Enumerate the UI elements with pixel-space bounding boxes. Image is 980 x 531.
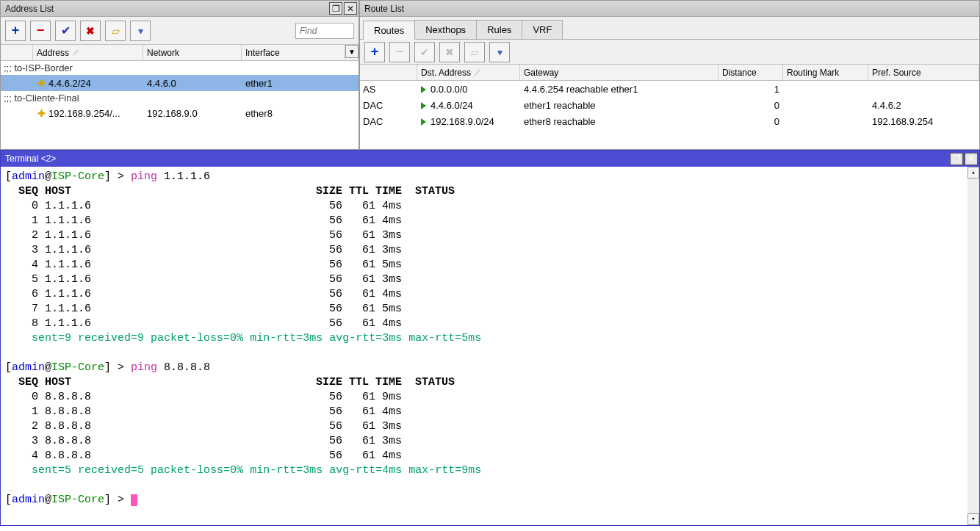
route-row[interactable]: AS0.0.0.0/04.4.6.254 reachable ether11 [360,81,979,97]
active-route-icon [421,102,426,109]
route-table-header: Dst. Address／ Gateway Distance Routing M… [360,65,979,81]
cursor [131,494,137,506]
remove-route-button: − [389,42,410,62]
network-column[interactable]: Network [143,45,242,60]
add-button[interactable]: + [5,21,26,41]
route-list-title: Route List [364,4,404,14]
columns-dropdown-icon[interactable]: ▼ [345,45,359,58]
terminal-window: Terminal <2> ❐ ✕ [admin@ISP-Core] > ping… [0,150,980,526]
address-table-body: ;;; to-ISP-Border✚4.4.6.2/244.4.6.0ether… [1,61,359,149]
address-row[interactable]: ✚192.168.9.254/...192.168.9.0ether8 [1,105,359,121]
active-route-icon [421,118,426,126]
terminal-body[interactable]: [admin@ISP-Core] > ping 1.1.1.6 SEQ HOST… [1,167,979,525]
enable-route-button: ✔ [414,42,435,62]
route-list-titlebar[interactable]: Route List [360,1,979,17]
find-input[interactable] [295,23,354,39]
route-list-window: Route List RoutesNexthopsRulesVRF + − ✔ … [359,0,980,150]
route-table-body: AS0.0.0.0/04.4.6.254 reachable ether11DA… [360,81,979,149]
tab-vrf[interactable]: VRF [522,20,563,39]
address-column[interactable]: Address／ [33,45,143,60]
route-flag-column[interactable] [360,65,417,80]
distance-column[interactable]: Distance [718,65,783,80]
address-list-titlebar[interactable]: Address List ❐ ✕ [1,1,359,17]
tab-routes[interactable]: Routes [363,21,415,40]
route-row[interactable]: DAC192.168.9.0/24ether8 reachable0192.16… [360,113,979,129]
route-row[interactable]: DAC4.4.6.0/24ether1 reachable04.4.6.2 [360,97,979,113]
comment-route-button: ▱ [464,42,485,62]
disable-button[interactable]: ✖ [80,21,101,41]
restore-icon[interactable]: ❐ [950,153,963,165]
restore-icon[interactable]: ❐ [329,2,342,15]
terminal-scrollbar[interactable]: ▴ ▾ [968,167,979,525]
dst-column[interactable]: Dst. Address／ [417,65,520,80]
close-icon[interactable]: ✕ [965,153,978,165]
pref-source-column[interactable]: Pref. Source [868,65,979,80]
address-list-title: Address List [5,4,54,14]
terminal-titlebar[interactable]: Terminal <2> ❐ ✕ [1,151,979,167]
route-tabs: RoutesNexthopsRulesVRF [360,17,979,40]
comment-row[interactable]: ;;; to-Cliente-Final [1,91,359,105]
tab-rules[interactable]: Rules [476,20,522,39]
terminal-title: Terminal <2> [5,153,56,164]
comment-button[interactable]: ▱ [105,21,126,41]
comment-row[interactable]: ;;; to-ISP-Border [1,61,359,75]
address-row[interactable]: ✚4.4.6.2/244.4.6.0ether1 [1,75,359,91]
sort-indicator-icon: ／ [73,48,79,57]
routing-mark-column[interactable]: Routing Mark [783,65,868,80]
ip-icon: ✚ [37,78,46,89]
tab-nexthops[interactable]: Nexthops [414,20,477,39]
enable-button[interactable]: ✔ [55,21,76,41]
scroll-up-icon[interactable]: ▴ [968,167,979,178]
address-list-toolbar: + − ✔ ✖ ▱ ▾ [1,17,359,45]
remove-button[interactable]: − [30,21,51,41]
flag-column[interactable] [1,45,33,60]
ip-icon: ✚ [37,108,46,119]
address-table-header: Address／ Network Interface ▼ [1,45,359,61]
sort-indicator-icon: ／ [475,68,481,77]
disable-route-button: ✖ [439,42,460,62]
close-icon[interactable]: ✕ [344,2,357,15]
route-toolbar: + − ✔ ✖ ▱ ▾ [360,40,979,65]
add-route-button[interactable]: + [364,42,385,62]
interface-column[interactable]: Interface [242,45,345,60]
filter-route-button[interactable]: ▾ [489,42,510,62]
gateway-column[interactable]: Gateway [520,65,718,80]
filter-button[interactable]: ▾ [130,21,151,41]
active-route-icon [421,86,426,93]
address-list-window: Address List ❐ ✕ + − ✔ ✖ ▱ ▾ Address／ Ne… [0,0,359,150]
scroll-down-icon[interactable]: ▾ [968,513,979,525]
